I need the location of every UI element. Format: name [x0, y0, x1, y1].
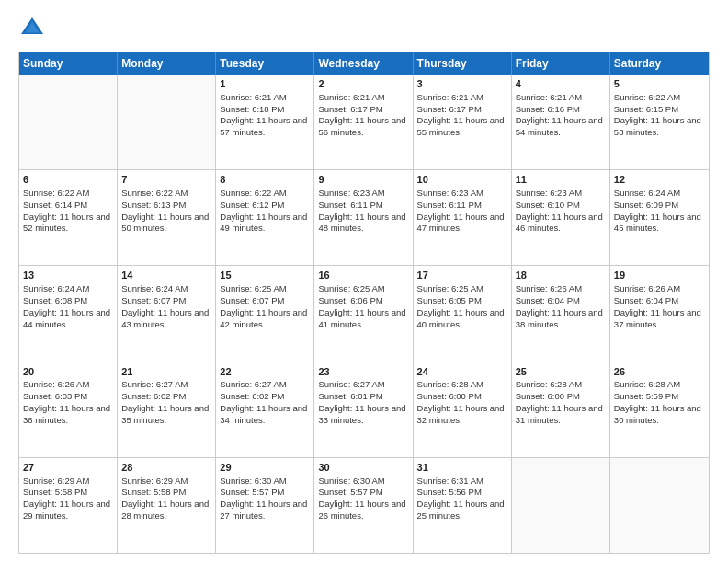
cell-day-number: 4: [516, 77, 606, 91]
cell-day-number: 15: [220, 269, 310, 282]
cal-week-3: 13Sunrise: 6:24 AMSunset: 6:08 PMDayligh…: [19, 265, 709, 361]
logo: [18, 15, 50, 42]
cal-cell-22: 22Sunrise: 6:27 AMSunset: 6:02 PMDayligh…: [216, 362, 314, 457]
cell-day-number: 7: [121, 173, 211, 187]
cell-day-number: 23: [318, 365, 408, 379]
cell-daylight: Daylight: 11 hours and 25 minutes.: [417, 499, 505, 521]
cal-week-4: 20Sunrise: 6:26 AMSunset: 6:03 PMDayligh…: [19, 362, 709, 457]
cell-daylight: Daylight: 11 hours and 30 minutes.: [614, 403, 701, 425]
cell-sunset: Sunset: 6:17 PM: [417, 104, 482, 114]
cell-day-number: 16: [318, 269, 408, 282]
cell-day-number: 2: [318, 77, 408, 91]
cell-daylight: Daylight: 11 hours and 55 minutes.: [417, 115, 505, 137]
page: SundayMondayTuesdayWednesdayThursdayFrid…: [0, 0, 728, 563]
cell-daylight: Daylight: 11 hours and 36 minutes.: [23, 403, 110, 425]
cal-cell-30: 30Sunrise: 6:30 AMSunset: 5:57 PMDayligh…: [314, 458, 413, 553]
cell-day-number: 14: [121, 269, 211, 282]
cell-daylight: Daylight: 11 hours and 33 minutes.: [318, 403, 405, 425]
cell-daylight: Daylight: 11 hours and 34 minutes.: [220, 403, 307, 425]
cal-header-day-friday: Friday: [512, 52, 610, 75]
cal-cell-2: 2Sunrise: 6:21 AMSunset: 6:17 PMDaylight…: [314, 75, 413, 169]
cell-day-number: 22: [220, 365, 310, 379]
cell-daylight: Daylight: 11 hours and 47 minutes.: [417, 212, 505, 234]
cell-sunset: Sunset: 6:06 PM: [318, 295, 382, 305]
logo-icon: [18, 15, 46, 42]
cell-sunset: Sunset: 6:02 PM: [220, 391, 284, 401]
cell-sunset: Sunset: 6:08 PM: [23, 295, 87, 305]
cal-cell-27: 27Sunrise: 6:29 AMSunset: 5:58 PMDayligh…: [19, 458, 118, 553]
cell-day-number: 18: [516, 269, 606, 282]
cell-sunset: Sunset: 6:04 PM: [516, 295, 580, 305]
cell-daylight: Daylight: 11 hours and 38 minutes.: [516, 307, 603, 329]
cell-sunset: Sunset: 6:17 PM: [318, 104, 382, 114]
cal-cell-empty: [19, 75, 118, 169]
cell-day-number: 10: [417, 173, 507, 187]
cell-sunrise: Sunrise: 6:21 AM: [318, 92, 384, 102]
cell-day-number: 24: [417, 365, 507, 379]
cell-sunrise: Sunrise: 6:26 AM: [614, 283, 680, 293]
cell-sunrise: Sunrise: 6:26 AM: [23, 379, 89, 389]
cal-cell-9: 9Sunrise: 6:23 AMSunset: 6:11 PMDaylight…: [314, 170, 413, 265]
cell-sunrise: Sunrise: 6:21 AM: [220, 92, 286, 102]
cell-sunrise: Sunrise: 6:22 AM: [220, 188, 286, 198]
cal-cell-4: 4Sunrise: 6:21 AMSunset: 6:16 PMDaylight…: [512, 75, 610, 169]
cal-cell-empty: [610, 458, 709, 553]
cal-cell-25: 25Sunrise: 6:28 AMSunset: 6:00 PMDayligh…: [512, 362, 610, 457]
cell-day-number: 12: [614, 173, 705, 187]
cell-sunset: Sunset: 6:14 PM: [23, 200, 87, 210]
cal-cell-23: 23Sunrise: 6:27 AMSunset: 6:01 PMDayligh…: [314, 362, 413, 457]
cell-sunset: Sunset: 6:18 PM: [220, 104, 284, 114]
cell-sunrise: Sunrise: 6:22 AM: [23, 188, 89, 198]
cell-sunrise: Sunrise: 6:27 AM: [121, 379, 188, 389]
cal-week-2: 6Sunrise: 6:22 AMSunset: 6:14 PMDaylight…: [19, 169, 709, 265]
cell-daylight: Daylight: 11 hours and 29 minutes.: [23, 499, 110, 521]
cell-sunset: Sunset: 5:58 PM: [23, 487, 87, 497]
cal-cell-18: 18Sunrise: 6:26 AMSunset: 6:04 PMDayligh…: [512, 266, 610, 361]
cal-cell-10: 10Sunrise: 6:23 AMSunset: 6:11 PMDayligh…: [414, 170, 512, 265]
cell-sunrise: Sunrise: 6:26 AM: [516, 283, 582, 293]
cell-day-number: 6: [23, 173, 113, 187]
header: [18, 15, 710, 42]
cal-cell-14: 14Sunrise: 6:24 AMSunset: 6:07 PMDayligh…: [118, 266, 216, 361]
cell-sunrise: Sunrise: 6:21 AM: [417, 92, 483, 102]
cell-sunrise: Sunrise: 6:24 AM: [121, 283, 188, 293]
cal-cell-8: 8Sunrise: 6:22 AMSunset: 6:12 PMDaylight…: [216, 170, 314, 265]
cell-sunrise: Sunrise: 6:30 AM: [220, 476, 286, 486]
cal-cell-19: 19Sunrise: 6:26 AMSunset: 6:04 PMDayligh…: [610, 266, 709, 361]
cell-day-number: 3: [417, 77, 507, 91]
cell-sunset: Sunset: 6:13 PM: [121, 200, 186, 210]
cal-cell-11: 11Sunrise: 6:23 AMSunset: 6:10 PMDayligh…: [512, 170, 610, 265]
cell-day-number: 25: [516, 365, 606, 379]
cell-day-number: 19: [614, 269, 705, 282]
cell-sunset: Sunset: 6:09 PM: [614, 200, 678, 210]
cell-day-number: 17: [417, 269, 507, 282]
cal-week-5: 27Sunrise: 6:29 AMSunset: 5:58 PMDayligh…: [19, 457, 709, 553]
cell-daylight: Daylight: 11 hours and 31 minutes.: [516, 403, 603, 425]
cal-cell-7: 7Sunrise: 6:22 AMSunset: 6:13 PMDaylight…: [118, 170, 216, 265]
cal-cell-6: 6Sunrise: 6:22 AMSunset: 6:14 PMDaylight…: [19, 170, 118, 265]
cell-daylight: Daylight: 11 hours and 44 minutes.: [23, 307, 110, 329]
cell-daylight: Daylight: 11 hours and 50 minutes.: [121, 212, 209, 234]
cell-daylight: Daylight: 11 hours and 41 minutes.: [318, 307, 405, 329]
cell-day-number: 1: [220, 77, 310, 91]
cell-sunset: Sunset: 6:07 PM: [121, 295, 186, 305]
cell-day-number: 30: [318, 461, 408, 475]
cell-sunset: Sunset: 5:57 PM: [220, 487, 284, 497]
cal-cell-31: 31Sunrise: 6:31 AMSunset: 5:56 PMDayligh…: [414, 458, 512, 553]
cell-day-number: 9: [318, 173, 408, 187]
cell-sunrise: Sunrise: 6:23 AM: [318, 188, 384, 198]
cell-day-number: 11: [516, 173, 606, 187]
cal-header-day-sunday: Sunday: [19, 52, 118, 75]
cal-cell-empty: [512, 458, 610, 553]
cell-sunset: Sunset: 5:56 PM: [417, 487, 482, 497]
cal-cell-15: 15Sunrise: 6:25 AMSunset: 6:07 PMDayligh…: [216, 266, 314, 361]
cell-sunset: Sunset: 5:59 PM: [614, 391, 678, 401]
cal-header-day-monday: Monday: [118, 52, 216, 75]
cell-sunset: Sunset: 6:07 PM: [220, 295, 284, 305]
cell-sunrise: Sunrise: 6:31 AM: [417, 476, 483, 486]
cal-cell-17: 17Sunrise: 6:25 AMSunset: 6:05 PMDayligh…: [414, 266, 512, 361]
cell-day-number: 29: [220, 461, 310, 475]
cell-sunset: Sunset: 6:01 PM: [318, 391, 382, 401]
cal-week-1: 1Sunrise: 6:21 AMSunset: 6:18 PMDaylight…: [19, 75, 709, 169]
cell-sunrise: Sunrise: 6:27 AM: [318, 379, 384, 389]
